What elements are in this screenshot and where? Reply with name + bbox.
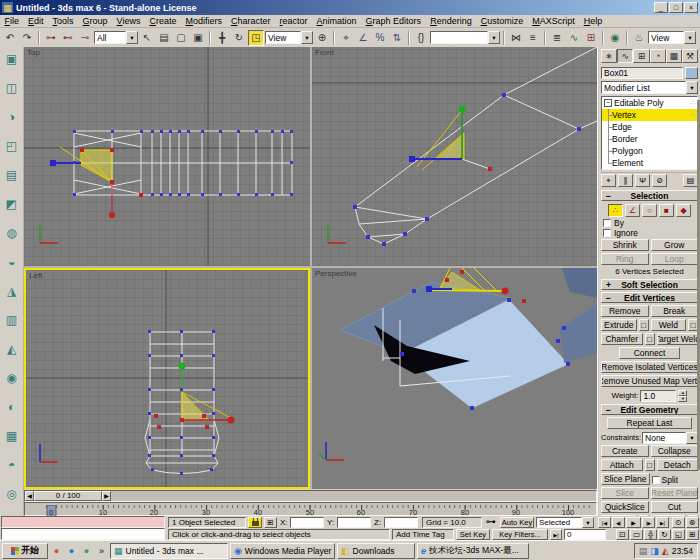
tab-panel-icon-lights[interactable]: ◰ <box>2 136 22 156</box>
time-next-icon[interactable]: ▶ <box>102 491 111 501</box>
grow-button[interactable]: Grow <box>651 239 699 251</box>
edge-mode-icon[interactable]: ∠ <box>625 204 640 217</box>
pin-stack-icon[interactable]: ⌖ <box>601 174 616 187</box>
viewport-perspective[interactable]: Perspective <box>312 268 597 489</box>
unlink-selection-icon[interactable]: ⊷ <box>60 30 76 46</box>
taskbar-task-media-player[interactable]: ◉ Windows Media Player <box>230 543 335 559</box>
pan-view-button[interactable]: ╬ <box>644 529 657 540</box>
quickslice-button[interactable]: QuickSlice <box>601 501 649 513</box>
current-frame-field[interactable]: 0 <box>564 529 606 540</box>
show-end-result-icon[interactable]: ∥ <box>618 174 633 187</box>
select-by-name-icon[interactable]: ▤ <box>156 30 172 46</box>
taskbar-task-forum[interactable]: e 技术论坛-3ds MAX-最... <box>417 543 529 559</box>
viewport-left[interactable]: Left <box>24 268 310 489</box>
spin-down-icon[interactable]: ▾ <box>678 396 687 402</box>
keying-target-dropdown[interactable]: Selected ▼ <box>536 517 594 528</box>
tab-panel-icon-cameras[interactable]: ▤ <box>2 165 22 185</box>
tab-panel-icon-15[interactable]: ◎ <box>2 484 22 504</box>
app-icon[interactable]: ▦ <box>2 2 13 13</box>
rollout-edit-vertices[interactable]: − Edit Vertices <box>601 292 698 303</box>
configure-modifier-sets-icon[interactable]: ▤ <box>683 174 698 187</box>
constraints-dropdown[interactable]: None ▼ <box>642 432 698 444</box>
viewport-label-perspective[interactable]: Perspective <box>315 269 357 278</box>
remove-button[interactable]: Remove <box>601 305 649 317</box>
bind-to-space-warp-icon[interactable]: ⊸ <box>77 30 93 46</box>
modifier-list-dropdown[interactable]: Modifier List ▼ <box>601 81 698 94</box>
tab-panel-icon-objects[interactable]: ▣ <box>2 49 22 69</box>
next-frame-button[interactable]: |▶ <box>642 517 655 528</box>
tab-utilities-icon[interactable]: ⚒ <box>682 49 698 63</box>
cut-button[interactable]: Cut <box>651 501 699 513</box>
menu-rendering[interactable]: Rendering <box>426 15 477 27</box>
object-name-field[interactable]: Box01 <box>601 67 683 79</box>
menu-file[interactable]: File <box>0 15 24 27</box>
tab-panel-icon-shapes[interactable]: ◫ <box>2 78 22 98</box>
time-prev-icon[interactable]: ◀ <box>25 491 34 501</box>
named-selection-dropdown[interactable]: ▼ <box>430 31 500 44</box>
render-type-dropdown[interactable]: View ▼ <box>648 31 696 44</box>
ignore-backfacing-checkbox[interactable] <box>603 229 611 237</box>
tab-panel-icon-13[interactable]: ▦ <box>2 426 22 446</box>
add-time-tag[interactable]: Add Time Tag <box>392 529 454 540</box>
tab-hierarchy-icon[interactable]: ⊞ <box>633 49 649 63</box>
curve-editor-icon[interactable]: ∿ <box>566 30 582 46</box>
start-button[interactable]: 开始 <box>2 543 48 559</box>
snap-toggle-icon[interactable]: ⌖ <box>338 30 354 46</box>
zoom-viewport-button[interactable]: ⊙ <box>672 517 685 528</box>
menu-views[interactable]: Views <box>112 15 145 27</box>
tab-modify-icon[interactable]: ∿ <box>617 49 633 63</box>
menu-edit[interactable]: Edit <box>24 15 49 27</box>
tab-motion-icon[interactable]: ◔ <box>650 49 666 63</box>
maxscript-listener-input[interactable] <box>1 528 165 540</box>
collapse-button[interactable]: Collapse <box>651 445 699 457</box>
slice-plane-button[interactable]: Slice Plane <box>601 473 650 485</box>
quicklaunch-icon-2[interactable]: ● <box>65 544 78 557</box>
select-and-link-icon[interactable]: ⊶ <box>43 30 59 46</box>
auto-key-button[interactable]: Auto Key <box>500 517 534 528</box>
tab-panel-icon-particles[interactable]: ◩ <box>2 194 22 214</box>
absolute-mode-toggle-button[interactable]: ⊞ <box>264 517 277 528</box>
viewport-label-front[interactable]: Front <box>315 48 334 57</box>
viewport-label-left[interactable]: Left <box>29 271 42 280</box>
ring-button[interactable]: Ring <box>601 253 649 265</box>
tray-volume-icon[interactable]: ◭ <box>662 546 669 556</box>
reference-coordinate-dropdown[interactable]: View ▼ <box>265 31 313 44</box>
rollout-selection[interactable]: − Selection <box>601 190 698 201</box>
angle-snap-icon[interactable]: ∠ <box>355 30 371 46</box>
goto-end-button[interactable]: ▶| <box>656 517 669 528</box>
minmax-toggle-button[interactable]: ◱ <box>672 529 685 540</box>
break-button[interactable]: Break <box>651 305 699 317</box>
reset-plane-button[interactable]: Reset Plane <box>651 487 699 499</box>
key-filters-button[interactable]: Key Filters... <box>492 529 548 540</box>
selection-lock-button[interactable] <box>248 517 262 528</box>
undo-icon[interactable]: ↶ <box>2 30 18 46</box>
select-and-scale-icon[interactable]: ◳ <box>248 30 264 46</box>
tab-display-icon[interactable]: ▦ <box>666 49 682 63</box>
maximize-button[interactable]: □ <box>669 2 683 13</box>
polygon-mode-icon[interactable]: ■ <box>659 204 674 217</box>
weight-spinner[interactable]: ▴ ▾ <box>678 390 687 402</box>
percent-snap-icon[interactable]: % <box>372 30 388 46</box>
set-key-button[interactable]: Set Key <box>456 529 490 540</box>
close-button[interactable]: × <box>684 2 698 13</box>
tree-collapse-icon[interactable]: − <box>604 99 612 107</box>
stack-row-polygon[interactable]: Polygon <box>602 145 697 157</box>
menu-reactor[interactable]: reactor <box>275 15 312 27</box>
quicklaunch-chevron-icon[interactable]: » <box>95 544 108 557</box>
window-crossing-icon[interactable]: ▣ <box>190 30 206 46</box>
target-weld-button[interactable]: Target Weld <box>657 333 699 345</box>
tab-panel-icon-modeling[interactable]: ▥ <box>2 310 22 330</box>
select-object-icon[interactable]: ↖ <box>139 30 155 46</box>
z-coordinate-field[interactable] <box>384 517 418 528</box>
chamfer-button[interactable]: Chamfer <box>601 333 643 345</box>
zoom-all-button[interactable]: ⊛ <box>686 517 699 528</box>
zoom-extents-all-button[interactable]: ⊞ <box>686 529 699 540</box>
play-button[interactable]: ▶ <box>626 517 641 528</box>
track-bar[interactable]: 0 10 20 30 40 50 60 70 80 90 100 <box>24 502 597 516</box>
menu-group[interactable]: Group <box>78 15 112 27</box>
object-color-swatch[interactable] <box>685 67 698 79</box>
remove-unused-map-verts-button[interactable]: Remove Unused Map Verts <box>601 375 698 387</box>
shrink-button[interactable]: Shrink <box>601 239 649 251</box>
remove-modifier-icon[interactable]: ⊘ <box>652 174 667 187</box>
schematic-view-icon[interactable]: ⊞ <box>583 30 599 46</box>
